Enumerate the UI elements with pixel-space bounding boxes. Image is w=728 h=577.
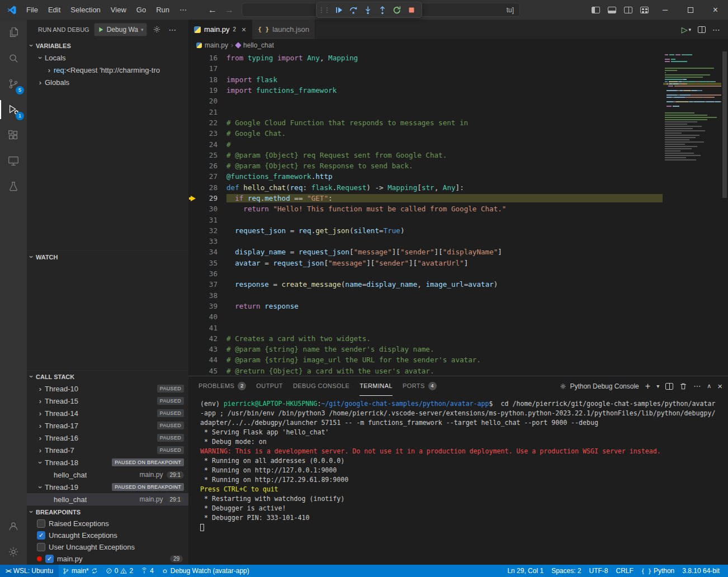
code-line-27[interactable]: 27@functions_framework.http bbox=[188, 171, 663, 182]
code-line-45[interactable]: 45# @return {Object} a card with the use… bbox=[188, 366, 663, 376]
breakpoints-header[interactable]: › BREAKPOINTS bbox=[27, 505, 188, 518]
watch-header[interactable]: › WATCH bbox=[27, 250, 188, 263]
panel-tab-problems[interactable]: PROBLEMS2 bbox=[198, 376, 246, 396]
line-number[interactable]: 17 bbox=[209, 64, 218, 73]
start-debug-icon[interactable] bbox=[98, 26, 104, 33]
line-number[interactable]: 33 bbox=[209, 237, 218, 245]
line-number[interactable]: 27 bbox=[209, 172, 218, 181]
code-line-23[interactable]: 23# Google Chat. bbox=[188, 128, 663, 139]
new-terminal-icon[interactable]: + bbox=[645, 381, 650, 391]
code-line-33[interactable]: 33 bbox=[188, 236, 663, 247]
settings-gear-icon[interactable] bbox=[0, 539, 27, 565]
line-number[interactable]: 43 bbox=[209, 345, 218, 353]
line-number[interactable]: 40 bbox=[209, 313, 218, 321]
variables-header[interactable]: › VARIABLES bbox=[27, 39, 188, 51]
code-line-34[interactable]: 34 display_name = request_json["message"… bbox=[188, 247, 663, 257]
panel-tab-ports[interactable]: PORTS4 bbox=[403, 376, 437, 396]
menu-view[interactable]: View bbox=[106, 0, 131, 20]
line-number[interactable]: 36 bbox=[209, 269, 218, 278]
code-line-16[interactable]: 16from typing import Any, Mapping bbox=[188, 53, 663, 63]
line-number[interactable]: 29 bbox=[209, 194, 218, 202]
code-line-40[interactable]: 40 bbox=[188, 311, 663, 322]
debug-config-dropdown[interactable]: Debug Wa ▾ bbox=[94, 23, 148, 36]
back-arrow-icon[interactable]: ← bbox=[208, 5, 217, 15]
line-number[interactable]: 26 bbox=[209, 162, 218, 170]
call-stack-frame[interactable]: hello_chatmain.py29:1 bbox=[27, 493, 188, 505]
line-number[interactable]: 44 bbox=[209, 356, 218, 364]
remote-indicator[interactable]: >< WSL: Ubuntu bbox=[0, 565, 59, 577]
accounts-icon[interactable] bbox=[0, 513, 27, 539]
forwarded-ports-status[interactable]: 4 bbox=[137, 565, 158, 577]
code-line-25[interactable]: 25# @param {Object} req Request sent fro… bbox=[188, 150, 663, 160]
run-and-debug-icon[interactable]: 1 bbox=[0, 97, 27, 122]
maximize-panel-icon[interactable]: ∧ bbox=[707, 382, 711, 390]
call-stack-thread[interactable]: ›Thread-18PAUSED ON BREAKPOINT bbox=[27, 456, 188, 469]
terminal-profile[interactable]: Python Debug Console bbox=[559, 382, 639, 390]
step-into-button[interactable] bbox=[361, 3, 375, 17]
variable-req[interactable]: › req: <Request 'http://charming-tro bbox=[27, 64, 188, 76]
code-line-42[interactable]: 42# Creates a card with two widgets. bbox=[188, 333, 663, 344]
drag-handle-icon[interactable]: ⋮⋮ bbox=[318, 6, 331, 14]
debug-settings-gear-icon[interactable] bbox=[150, 23, 163, 36]
breakpoint-checkbox[interactable] bbox=[37, 543, 45, 551]
stop-button[interactable] bbox=[405, 3, 418, 17]
line-number[interactable]: 32 bbox=[209, 226, 218, 235]
minimize-button[interactable]: ─ bbox=[653, 0, 678, 20]
call-stack-frame[interactable]: hello_chatmain.py29:1 bbox=[27, 469, 188, 481]
close-window-button[interactable]: × bbox=[703, 0, 728, 20]
line-number[interactable]: 20 bbox=[209, 97, 218, 105]
breadcrumb-symbol[interactable]: hello_chat bbox=[243, 41, 274, 49]
eol-setting[interactable]: CRLF bbox=[612, 565, 637, 577]
call-stack-thread[interactable]: ›Thread-7PAUSED bbox=[27, 444, 188, 456]
customize-layout-icon[interactable] bbox=[636, 0, 653, 20]
code-line-21[interactable]: 21 bbox=[188, 106, 663, 117]
line-number[interactable]: 35 bbox=[209, 259, 218, 267]
panel-tab-output[interactable]: OUTPUT bbox=[256, 376, 283, 396]
line-number[interactable]: 28 bbox=[209, 183, 218, 192]
code-line-28[interactable]: 28def hello_chat(req: flask.Request) -> … bbox=[188, 182, 663, 193]
line-number[interactable]: 38 bbox=[209, 291, 218, 300]
terminal-dropdown-icon[interactable]: ▾ bbox=[656, 383, 659, 389]
call-stack-thread[interactable]: ›Thread-14PAUSED bbox=[27, 407, 188, 419]
breakpoint-checkbox[interactable] bbox=[37, 519, 45, 528]
breakpoint-checkbox[interactable]: ✓ bbox=[37, 531, 45, 540]
line-number[interactable]: 19 bbox=[209, 86, 218, 94]
extensions-icon[interactable] bbox=[0, 122, 27, 148]
code-line-41[interactable]: 41 bbox=[188, 322, 663, 333]
source-control-icon[interactable]: 5 bbox=[0, 71, 27, 97]
encoding-setting[interactable]: UTF-8 bbox=[585, 565, 612, 577]
editor-scrollbar[interactable] bbox=[721, 51, 728, 376]
code-line-18[interactable]: 18import flask bbox=[188, 74, 663, 85]
language-mode[interactable]: { }Python bbox=[637, 565, 678, 577]
editor-more-actions-icon[interactable]: ⋯ bbox=[712, 25, 720, 34]
code-line-38[interactable]: 38 bbox=[188, 290, 663, 301]
python-interpreter[interactable]: 3.8.10 64-bit bbox=[678, 565, 724, 577]
code-line-35[interactable]: 35 avatar = request_json["message"]["sen… bbox=[188, 258, 663, 268]
code-line-26[interactable]: 26# @param {Object} res Response to send… bbox=[188, 160, 663, 171]
menu-go[interactable]: Go bbox=[131, 0, 151, 20]
breakpoint-row[interactable]: ✓Uncaught Exceptions bbox=[27, 529, 188, 541]
menu-selection[interactable]: Selection bbox=[65, 0, 105, 20]
maximize-button[interactable] bbox=[678, 0, 703, 20]
line-number[interactable]: 31 bbox=[209, 216, 218, 224]
menu-file[interactable]: File bbox=[21, 0, 43, 20]
toggle-sidebar-icon[interactable] bbox=[588, 0, 604, 20]
call-stack-thread[interactable]: ›Thread-10PAUSED bbox=[27, 382, 188, 395]
code-line-37[interactable]: 37 response = create_message(name=displa… bbox=[188, 279, 663, 290]
split-terminal-icon[interactable] bbox=[665, 383, 673, 390]
step-over-button[interactable] bbox=[347, 3, 360, 17]
line-number[interactable]: 30 bbox=[209, 205, 218, 213]
restart-button[interactable] bbox=[390, 3, 404, 17]
line-number[interactable]: 37 bbox=[209, 280, 218, 288]
remote-explorer-icon[interactable] bbox=[0, 148, 27, 174]
problems-status[interactable]: 0 2 bbox=[102, 565, 137, 577]
line-number[interactable]: 18 bbox=[209, 75, 218, 84]
run-python-file-button[interactable]: ▷▾ bbox=[682, 25, 691, 34]
code-line-39[interactable]: 39 return response bbox=[188, 301, 663, 311]
breakpoint-row[interactable]: ✓main.py29 bbox=[27, 553, 188, 565]
sidebar-more-actions-icon[interactable]: ⋯ bbox=[166, 23, 178, 36]
line-number[interactable]: 16 bbox=[209, 54, 218, 62]
code-line-20[interactable]: 20 bbox=[188, 96, 663, 106]
line-number[interactable]: 39 bbox=[209, 302, 218, 310]
line-number[interactable]: 34 bbox=[209, 248, 218, 256]
